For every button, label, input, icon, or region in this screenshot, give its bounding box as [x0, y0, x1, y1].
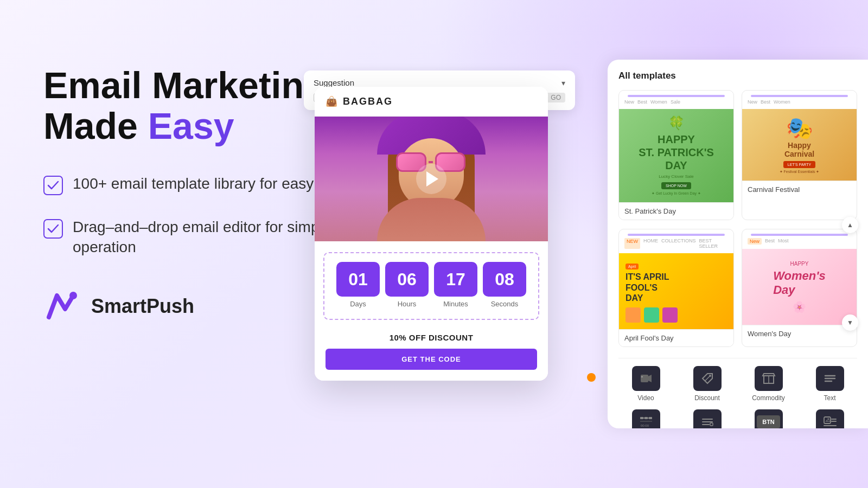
svg-point-21: [827, 418, 829, 420]
carnival-btn: LET'S PARTY: [783, 161, 815, 168]
womens-day-image: HAPPY Women'sDay 🌸: [742, 249, 857, 325]
components-toolbar: Video Discount: [618, 358, 857, 428]
tpl-nav-sale: Sale: [671, 99, 680, 105]
component-line[interactable]: Line: [680, 409, 735, 428]
svg-rect-3: [641, 375, 648, 382]
play-button[interactable]: [416, 164, 446, 194]
carnival-mask-icon: 🎭: [786, 115, 813, 141]
tpl-nav-women: Women: [650, 99, 667, 105]
go-badge[interactable]: GO: [546, 93, 565, 102]
component-timecountdown[interactable]: 00:00 TimeCountdown: [618, 409, 673, 428]
commodity-icon-box: [755, 366, 783, 391]
april-fools-badge: April: [626, 264, 639, 269]
countdown-minutes-value: 17: [434, 262, 477, 297]
button-icon-box: BTN: [755, 409, 783, 428]
templates-panel-header: All templates: [618, 70, 857, 81]
discount-section: 10% OFF DISCOUNT GET THE CODE: [315, 325, 548, 381]
suggestion-label: Suggestion: [314, 78, 354, 87]
email-preview: 👜 BAGBAG 01: [315, 87, 548, 381]
womens-day-icon: 🌸: [793, 300, 806, 313]
svg-marker-4: [648, 375, 652, 382]
templates-grid-bottom: NEW HOME COLLECTIONS BEST SELLER April I…: [618, 229, 857, 347]
tpl-nav-new: New: [624, 99, 634, 105]
template-carnival[interactable]: New Best Women 🎭 HappyCarnival LET'S PAR…: [742, 90, 857, 220]
tpl-nav-best: Best: [637, 99, 647, 105]
svg-line-7: [705, 376, 710, 381]
line-icon: [700, 415, 714, 428]
countdown-container: 01 Days 06 Hours 17 Minutes 08 Seconds: [323, 252, 539, 320]
button-preview-icon: BTN: [757, 415, 780, 428]
countdown-days: 01 Days: [336, 262, 380, 308]
carnival-title: HappyCarnival: [784, 141, 814, 158]
scroll-up-arrow[interactable]: ▲: [842, 217, 858, 233]
commodity-label: Commodity: [752, 394, 785, 402]
st-patricks-title: HAPPYST. PATRICK'SDAY: [639, 133, 713, 172]
text-icon-box: [816, 366, 844, 391]
carnival-nav-new: New: [748, 99, 757, 105]
womens-day-subtext: HAPPY: [790, 261, 809, 267]
countdown-minutes-label: Minutes: [443, 300, 468, 308]
logo-name: SmartPush: [91, 295, 194, 318]
april-fools-title: IT'S APRILFOOL'SDAY: [626, 272, 669, 303]
april-nav-collections: COLLECTIONS: [661, 238, 696, 249]
countdown-minutes: 17 Minutes: [434, 262, 477, 308]
scroll-down-arrow[interactable]: ▼: [842, 314, 858, 331]
component-text[interactable]: Text: [802, 366, 857, 402]
discount-icon: [700, 371, 714, 386]
text-label: Text: [824, 394, 835, 402]
st-patricks-sub: Lucky Clover Sale: [659, 174, 693, 179]
play-arrow-icon: [426, 171, 438, 187]
product-img-3: [662, 307, 678, 323]
component-imagetext[interactable]: ImageText: [802, 409, 857, 428]
carnival-image: 🎭 HappyCarnival LET'S PARTY ✦ Festival E…: [742, 109, 857, 181]
templates-grid-top: New Best Women Sale 🍀 HAPPYST. PATRICK'S…: [618, 90, 857, 220]
discount-text: 10% OFF DISCOUNT: [326, 333, 537, 342]
component-discount[interactable]: Discount: [680, 366, 735, 402]
womens-day-label: Women's Day: [742, 325, 857, 342]
connector-dot: [587, 373, 596, 382]
svg-text:00:00: 00:00: [641, 424, 649, 427]
discount-icon-box: [693, 366, 722, 391]
template-april-fools[interactable]: NEW HOME COLLECTIONS BEST SELLER April I…: [618, 229, 734, 347]
imagetext-icon-box: [816, 409, 844, 428]
component-commodity[interactable]: Commodity: [741, 366, 796, 402]
countdown-hours: 06 Hours: [385, 262, 429, 308]
suggestion-chevron-icon[interactable]: ▾: [561, 79, 565, 87]
svg-rect-14: [649, 417, 652, 419]
component-video[interactable]: Video: [618, 366, 673, 402]
line-icon-box: [693, 409, 722, 428]
countdown-seconds-value: 08: [483, 262, 526, 297]
april-nav-home: HOME: [643, 238, 658, 249]
video-icon: [640, 372, 653, 385]
email-header: 👜 BAGBAG: [315, 87, 548, 117]
check-icon-1: [43, 176, 63, 195]
womens-nav-new: New: [748, 238, 762, 245]
st-patricks-btn: SHOP NOW: [661, 182, 691, 189]
headline-line1: Email Marketing: [43, 65, 327, 106]
product-img-2: [644, 307, 659, 323]
product-img-1: [626, 307, 641, 323]
svg-point-2: [69, 292, 77, 299]
svg-rect-0: [44, 176, 62, 195]
smartpush-logo-icon: [43, 290, 81, 323]
womens-nav-most: Most: [778, 238, 789, 245]
april-fools-label: April Fool's Day: [619, 329, 733, 346]
st-patricks-image: 🍀 HAPPYST. PATRICK'SDAY Lucky Clover Sal…: [619, 109, 733, 202]
svg-rect-13: [644, 417, 648, 419]
countdown-hours-value: 06: [385, 262, 429, 297]
template-st-patricks[interactable]: New Best Women Sale 🍀 HAPPYST. PATRICK'S…: [618, 90, 734, 220]
commodity-icon: [762, 371, 776, 386]
countdown-days-label: Days: [350, 300, 366, 308]
component-button[interactable]: BTN Button: [741, 409, 796, 428]
svg-rect-19: [710, 423, 713, 426]
email-hero-image: [315, 117, 548, 241]
clover-icon: 🍀: [668, 115, 685, 131]
countdown-hours-label: Hours: [398, 300, 417, 308]
template-womens-day[interactable]: New Best Most HAPPY Women'sDay 🌸 Women's…: [742, 229, 857, 347]
cta-button[interactable]: GET THE CODE: [326, 349, 537, 370]
april-nav-bestseller: BEST SELLER: [699, 238, 728, 249]
carnival-nav-best: Best: [761, 99, 770, 105]
st-patricks-label: St. Patrick's Day: [619, 202, 733, 220]
svg-rect-1: [44, 220, 62, 238]
brand-name: BAGBAG: [343, 96, 393, 107]
